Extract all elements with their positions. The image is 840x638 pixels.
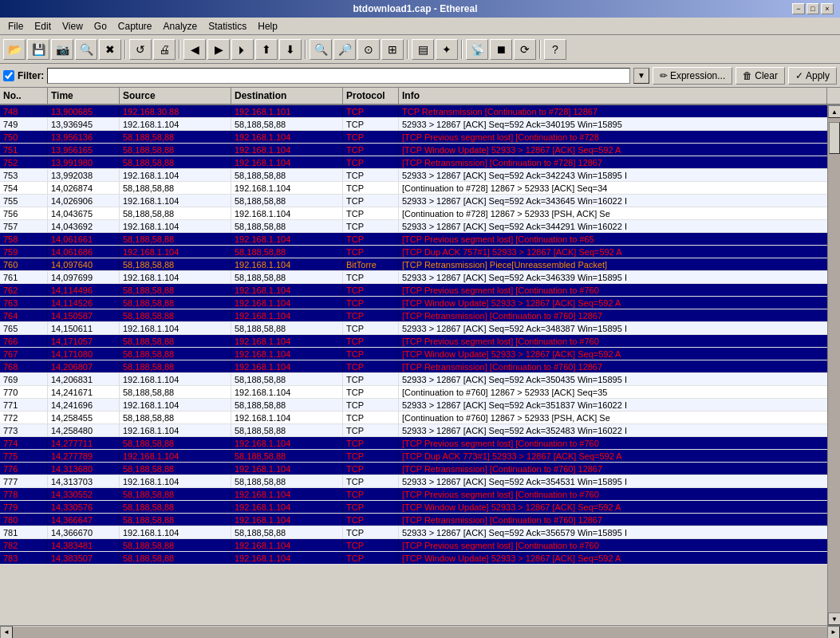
table-row[interactable]: 77414,27771158,188,58,88192.168.1.104TCP… (0, 437, 840, 450)
help-icon[interactable]: ? (544, 39, 566, 60)
scroll-down-button[interactable]: ▼ (828, 612, 840, 625)
rows-container: 74813,900685192.168.30.88192.168.1.101TC… (0, 105, 840, 625)
table-row[interactable]: 75213,99198058,188,58,88192.168.1.104TCP… (0, 156, 840, 169)
down-icon[interactable]: ⬇ (279, 39, 302, 60)
menu-item-edit[interactable]: Edit (30, 19, 56, 33)
cell-destination: 192.168.1.104 (231, 463, 343, 475)
table-row[interactable]: 78214,38348158,188,58,88192.168.1.104TCP… (0, 539, 840, 552)
cell-no: 762 (0, 284, 48, 296)
apply-button[interactable]: ✓ Apply (788, 67, 837, 85)
up-icon[interactable]: ⬆ (255, 39, 278, 60)
table-row[interactable]: 75414,02687458,188,58,88192.168.1.104TCP… (0, 182, 840, 195)
cell-destination: 192.168.1.104 (231, 284, 343, 296)
table-row[interactable]: 77314,258480192.168.1.10458,188,58,88TCP… (0, 424, 840, 437)
cell-destination: 192.168.1.104 (231, 144, 343, 156)
cell-info: 52933 > 12867 [ACK] Seq=592 Ack=354531 W… (399, 475, 840, 487)
cell-no: 760 (0, 258, 48, 270)
table-row[interactable]: 77814,33055258,188,58,88192.168.1.104TCP… (0, 488, 840, 501)
cell-destination: 58,188,58,88 (231, 195, 343, 207)
table-row[interactable]: 78014,36664758,188,58,88192.168.1.104TCP… (0, 514, 840, 526)
expression-button[interactable]: ✏ Expression... (653, 67, 732, 85)
cell-time: 14,150611 (48, 322, 120, 334)
filter-input[interactable] (47, 68, 630, 84)
cell-no: 759 (0, 246, 48, 258)
table-row[interactable]: 78314,38350758,188,58,88192.168.1.104TCP… (0, 552, 840, 565)
close-button[interactable]: × (821, 3, 834, 14)
minimize-button[interactable]: − (792, 3, 805, 14)
cell-time: 14,258480 (48, 424, 120, 436)
reload-icon[interactable]: ↺ (129, 39, 152, 60)
capture-icon[interactable]: 📡 (466, 39, 488, 60)
open-icon[interactable]: 📂 (3, 39, 26, 60)
menu-item-help[interactable]: Help (253, 19, 282, 33)
table-row[interactable]: 75113,95616558,188,58,88192.168.1.104TCP… (0, 144, 840, 156)
filter-dropdown-button[interactable]: ▼ (633, 68, 649, 84)
menu-item-statistics[interactable]: Statistics (203, 19, 251, 33)
table-row[interactable]: 75013,95613658,188,58,88192.168.1.104TCP… (0, 131, 840, 144)
zoom-fit-icon[interactable]: ⊞ (381, 39, 404, 60)
table-row[interactable]: 76814,20680758,188,58,88192.168.1.104TCP… (0, 360, 840, 373)
table-row[interactable]: 78114,366670192.168.1.10458,188,58,88TCP… (0, 526, 840, 539)
table-row[interactable]: 76414,15058758,188,58,88192.168.1.104TCP… (0, 309, 840, 322)
next-icon[interactable]: ▶ (207, 39, 230, 60)
table-row[interactable]: 77514,277789192.168.1.10458,188,58,88TCP… (0, 450, 840, 463)
cell-protocol: TCP (343, 182, 399, 194)
refresh-icon[interactable]: ⟳ (514, 39, 536, 60)
table-row[interactable]: 77214,25845558,188,58,88192.168.1.104TCP… (0, 412, 840, 424)
table-row[interactable]: 76514,150611192.168.1.10458,188,58,88TCP… (0, 322, 840, 335)
table-row[interactable]: 75914,061686192.168.1.10458,188,58,88TCP… (0, 246, 840, 258)
cell-protocol: TCP (343, 297, 399, 309)
table-row[interactable]: 77914,33057658,188,58,88192.168.1.104TCP… (0, 501, 840, 514)
table-row[interactable]: 75313,992038192.168.1.10458,188,58,88TCP… (0, 169, 840, 182)
menu-item-view[interactable]: View (57, 19, 88, 33)
table-row[interactable]: 75614,04367558,188,58,88192.168.1.104TCP… (0, 207, 840, 220)
menu-item-capture[interactable]: Capture (113, 19, 157, 33)
menu-item-analyze[interactable]: Analyze (159, 19, 203, 33)
play-icon[interactable]: ⏵ (231, 39, 254, 60)
table-row[interactable]: 75514,026906192.168.1.10458,188,58,88TCP… (0, 195, 840, 207)
table-row[interactable]: 76714,17108058,188,58,88192.168.1.104TCP… (0, 348, 840, 360)
cell-time: 14,043692 (48, 220, 120, 232)
table-row[interactable]: 77114,241696192.168.1.10458,188,58,88TCP… (0, 399, 840, 412)
table-row[interactable]: 76014,09764058,188,58,88192.168.1.104Bit… (0, 258, 840, 271)
table-row[interactable]: 77614,31368058,188,58,88192.168.1.104TCP… (0, 463, 840, 475)
table-row[interactable]: 77014,24167158,188,58,88192.168.1.104TCP… (0, 386, 840, 399)
stop-icon[interactable]: ⏹ (490, 39, 512, 60)
scroll-up-button[interactable]: ▲ (828, 105, 840, 118)
cell-destination: 58,188,58,88 (231, 450, 343, 462)
table-row[interactable]: 75814,06166158,188,58,88192.168.1.104TCP… (0, 233, 840, 246)
scroll-thumb[interactable] (829, 122, 840, 154)
screenshot-icon[interactable]: 📷 (51, 39, 73, 60)
table-row[interactable]: 76214,11449658,188,58,88192.168.1.104TCP… (0, 284, 840, 297)
table-row[interactable]: 77714,313703192.168.1.10458,188,58,88TCP… (0, 475, 840, 488)
print-icon[interactable]: 🖨 (153, 39, 175, 60)
scroll-left-button[interactable]: ◄ (0, 626, 13, 639)
clear-button[interactable]: 🗑 Clear (735, 67, 785, 85)
horizontal-scrollbar[interactable]: ◄ ► (0, 625, 840, 638)
cell-time: 14,330552 (48, 488, 120, 500)
prefs-icon[interactable]: ✦ (436, 39, 458, 60)
prev-icon[interactable]: ◀ (183, 39, 206, 60)
menu-item-go[interactable]: Go (89, 19, 112, 33)
cell-time: 14,114496 (48, 284, 120, 296)
table-row[interactable]: 74913,936945192.168.1.10458,188,58,88TCP… (0, 118, 840, 131)
zoom-in-icon[interactable]: 🔍 (310, 39, 332, 60)
table-row[interactable]: 76314,11452658,188,58,88192.168.1.104TCP… (0, 297, 840, 309)
find-icon[interactable]: 🔍 (75, 39, 97, 60)
maximize-button[interactable]: □ (806, 3, 819, 14)
filter-checkbox[interactable] (3, 70, 14, 81)
cell-time: 13,992038 (48, 169, 120, 181)
table-row[interactable]: 76914,206831192.168.1.10458,188,58,88TCP… (0, 373, 840, 386)
table-row[interactable]: 76614,17105758,188,58,88192.168.1.104TCP… (0, 335, 840, 348)
columns-icon[interactable]: ▤ (412, 39, 434, 60)
table-row[interactable]: 75714,043692192.168.1.10458,188,58,88TCP… (0, 220, 840, 233)
table-row[interactable]: 76114,097699192.168.1.10458,188,58,88TCP… (0, 271, 840, 284)
zoom-reset-icon[interactable]: ⊙ (357, 39, 380, 60)
close-cap-icon[interactable]: ✖ (99, 39, 121, 60)
scroll-right-button[interactable]: ► (827, 626, 840, 639)
table-row[interactable]: 74813,900685192.168.30.88192.168.1.101TC… (0, 105, 840, 118)
save-icon[interactable]: 💾 (27, 39, 49, 60)
menu-item-file[interactable]: File (3, 19, 28, 33)
zoom-out-icon[interactable]: 🔎 (333, 39, 356, 60)
vertical-scrollbar[interactable]: ▲ ▼ (827, 105, 840, 625)
